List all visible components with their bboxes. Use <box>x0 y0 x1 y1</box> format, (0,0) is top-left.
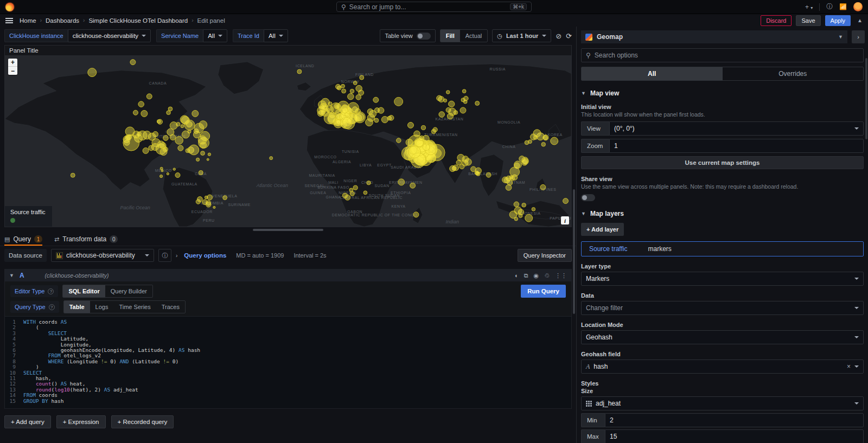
query-type-logs[interactable]: Logs <box>90 301 114 313</box>
add-query-button[interactable]: + Add query <box>4 415 51 428</box>
breadcrumb-separator: › <box>192 17 193 23</box>
zoom-out-time-icon[interactable]: ⊘ <box>556 32 561 40</box>
query-type-traces[interactable]: Traces <box>156 301 185 313</box>
toggle-off[interactable] <box>417 33 431 40</box>
query-inspector-button[interactable]: Query Inspector <box>518 249 572 262</box>
time-range-picker[interactable]: ◷ Last 1 hour <box>492 29 551 42</box>
view-select[interactable]: (0°, 0°) <box>609 121 864 136</box>
query-footer: + Add query + Expression + Recorded quer… <box>0 409 576 435</box>
query-editor-card: ▼ A (clickhouse-observability) ◐ ⧉ ◉ ♲ ⋮… <box>4 269 572 409</box>
svg-text:TURKMENISTAN: TURKMENISTAN <box>424 133 458 137</box>
variable-value-dropdown[interactable]: All <box>264 29 288 42</box>
zoom-in-button[interactable]: + <box>8 59 17 67</box>
zoom-input[interactable]: 1 <box>609 139 864 153</box>
fill-option[interactable]: Fill <box>441 30 460 42</box>
collapse-options-button[interactable]: › <box>852 30 865 43</box>
sql-editor-option[interactable]: SQL Editor <box>63 285 105 297</box>
chevron-down-icon <box>279 35 283 37</box>
expand-icon[interactable]: › <box>176 253 177 259</box>
search-shortcut: ⌘+k <box>510 3 527 10</box>
info-icon[interactable]: ? <box>49 304 55 310</box>
hide-response-icon[interactable]: ◉ <box>534 272 539 279</box>
svg-text:NIGER: NIGER <box>343 179 357 183</box>
geohash-field-select[interactable]: A hash × <box>581 359 864 374</box>
left-pane-scrollbar[interactable] <box>573 189 575 314</box>
recorded-query-button[interactable]: + Recorded query <box>111 415 174 428</box>
max-data-points: MD = auto = 1909 <box>236 252 284 259</box>
avatar[interactable] <box>853 2 863 11</box>
breadcrumb-dashboards[interactable]: Dashboards <box>46 17 79 24</box>
tab-all[interactable]: All <box>582 67 723 80</box>
location-mode-select[interactable]: Geohash <box>581 330 864 344</box>
layer-type-tag: markers <box>648 245 671 253</box>
add-layer-button[interactable]: + Add layer <box>581 223 624 236</box>
geomap-icon <box>585 34 592 41</box>
global-search-input[interactable]: ⚲ Search or jump to... ⌘+k <box>336 2 532 12</box>
help-icon[interactable]: ⓘ <box>826 2 833 11</box>
attribution-button[interactable]: i <box>561 216 569 224</box>
sql-line: 14FROM coords <box>5 393 571 398</box>
clear-icon[interactable]: × <box>847 363 851 370</box>
tab-query[interactable]: ▤ Query 1 <box>4 235 42 246</box>
variable-value-dropdown[interactable]: clickhouse-observability <box>68 29 151 42</box>
delete-query-icon[interactable]: ♲ <box>544 272 550 279</box>
add-expression-button[interactable]: + Expression <box>56 415 106 428</box>
panel-type-selector[interactable]: Geomap ▼ <box>581 30 847 43</box>
run-query-button[interactable]: Run Query <box>521 285 566 298</box>
news-icon[interactable]: 📶 <box>839 3 847 10</box>
map-layers-header[interactable]: ▼ Map layers <box>581 210 864 217</box>
options-search-input[interactable]: ⚲ Search options <box>581 48 864 62</box>
map-canvas[interactable]: CANADARUSSIAICELANDNORWAYFINLANDUNITED S… <box>5 55 571 227</box>
tab-overrides[interactable]: Overrides <box>723 67 864 80</box>
breadcrumb-bar: Home › Dashboards › Simple ClickHouse OT… <box>0 14 868 27</box>
add-menu-button[interactable]: + ▾ <box>805 3 813 11</box>
chevron-down-icon <box>854 336 859 338</box>
grafana-logo-icon[interactable] <box>5 3 14 11</box>
panel-title[interactable]: Panel Title <box>5 46 571 55</box>
share-view-toggle[interactable] <box>581 194 595 201</box>
breadcrumb-dashboard-name[interactable]: Simple ClickHouse OTel Dashboard <box>88 17 188 24</box>
map-view-header[interactable]: ▼ Map view <box>581 89 864 97</box>
min-input[interactable]: 2 <box>605 413 864 427</box>
size-field-select[interactable]: adj_heat <box>581 396 864 410</box>
duplicate-icon[interactable]: ⧉ <box>524 272 528 279</box>
discard-button[interactable]: Discard <box>761 15 792 26</box>
transform-count-badge: 0 <box>110 235 118 243</box>
use-current-map-settings-button[interactable]: Use current map settings <box>581 156 864 169</box>
menu-icon[interactable] <box>5 18 13 23</box>
collapse-toolbar-icon[interactable]: ▲ <box>857 17 863 23</box>
max-input[interactable]: 15 <box>605 429 864 443</box>
actual-option[interactable]: Actual <box>460 30 488 42</box>
breadcrumb-edit-panel: Edit panel <box>197 17 225 24</box>
breadcrumb-home[interactable]: Home <box>20 17 36 24</box>
chart-icon[interactable]: ◐ <box>515 272 519 279</box>
datasource-help-button[interactable]: ⓘ <box>158 249 171 262</box>
apply-button[interactable]: Apply <box>825 15 851 26</box>
save-button[interactable]: Save <box>796 15 820 26</box>
query-builder-option[interactable]: Query Builder <box>105 285 152 297</box>
sql-editor[interactable]: 1WITH coords AS2 (3 SELECT4 Latitude,5 L… <box>5 316 571 408</box>
datasource-picker[interactable]: clickhouse-observability <box>51 249 154 262</box>
sidebar-scrollbar[interactable] <box>865 58 867 139</box>
chevron-down-icon <box>142 35 146 37</box>
pane-resizer[interactable] <box>0 227 576 232</box>
svg-text:MONGOLIA: MONGOLIA <box>497 120 520 124</box>
drag-handle-icon[interactable]: ⋮⋮ <box>555 272 567 279</box>
info-icon[interactable]: ? <box>48 288 54 294</box>
variable-value-dropdown[interactable]: All <box>203 29 227 42</box>
tab-transform-data[interactable]: ⇄ Transform data 0 <box>54 235 118 246</box>
query-header[interactable]: ▼ A (clickhouse-observability) ◐ ⧉ ◉ ♲ ⋮… <box>5 269 571 281</box>
query-type-table[interactable]: Table <box>64 301 90 313</box>
layer-card[interactable]: Source traffic markers <box>581 241 864 256</box>
collapse-query-icon[interactable]: ▼ <box>9 273 14 278</box>
refresh-icon[interactable]: ⟳ <box>566 32 572 40</box>
svg-text:ICELAND: ICELAND <box>296 64 314 68</box>
query-options-toggle[interactable]: Query options <box>184 252 226 259</box>
layer-type-select[interactable]: Markers <box>581 272 864 286</box>
svg-text:FINLAND: FINLAND <box>355 73 374 76</box>
data-filter-select[interactable]: Change filter <box>581 301 864 315</box>
layer-name[interactable]: Source traffic <box>589 245 627 253</box>
table-view-toggle[interactable]: Table view <box>380 29 435 42</box>
query-type-timeseries[interactable]: Time Series <box>113 301 156 313</box>
zoom-out-button[interactable]: − <box>8 67 17 75</box>
